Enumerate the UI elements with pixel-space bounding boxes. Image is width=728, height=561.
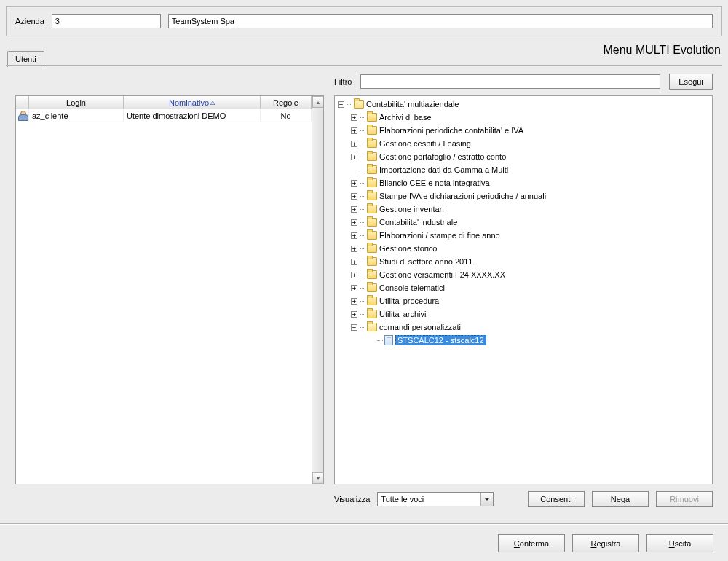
folder-icon <box>367 165 377 174</box>
tree-node-label: Gestione portafoglio / estratto conto <box>379 152 506 161</box>
folder-icon <box>367 270 377 279</box>
tree-expander-icon[interactable]: − <box>338 101 344 108</box>
tree-expander-icon[interactable]: + <box>351 154 357 160</box>
tree-root[interactable]: −Contabilita' multiaziendale <box>335 98 712 111</box>
azienda-code-input[interactable] <box>52 14 161 28</box>
folder-icon <box>367 231 377 240</box>
cell-login: az_cliente <box>29 109 124 122</box>
tree-node-label: Importazione dati da Gamma a Multi <box>379 165 508 174</box>
col-login[interactable]: Login <box>29 96 124 109</box>
folder-icon <box>367 218 377 227</box>
tree-node[interactable]: +Gestione storico <box>335 242 712 255</box>
header-frame: Azienda <box>6 6 722 36</box>
uscita-button[interactable]: Uscita <box>646 534 713 552</box>
tree-expander-icon[interactable]: + <box>351 298 357 305</box>
scroll-up-icon[interactable]: ▴ <box>312 96 323 108</box>
tree-expander-icon[interactable]: + <box>351 246 357 252</box>
tree-node[interactable]: +Bilancio CEE e nota integrativa <box>335 176 712 189</box>
scroll-down-icon[interactable]: ▾ <box>312 472 323 484</box>
azienda-name-input[interactable] <box>168 14 713 28</box>
conferma-button[interactable]: Conferma <box>498 534 565 552</box>
tree-node[interactable]: +Gestione inventari <box>335 203 712 216</box>
tree-node-label: Utilita' procedura <box>379 297 439 305</box>
tree-leaf-selected[interactable]: STSCALC12 - stscalc12 <box>335 334 712 347</box>
tree-node-label: Elaborazioni / stampe di fine anno <box>379 231 500 240</box>
tree-expander-icon[interactable]: + <box>351 128 357 134</box>
nega-button[interactable]: Nega <box>592 491 649 507</box>
tree-node[interactable]: +Console telematici <box>335 281 712 294</box>
tree-expander-icon[interactable]: − <box>351 324 357 331</box>
tree-expander-icon[interactable]: + <box>351 141 357 147</box>
folder-icon <box>367 192 377 200</box>
menu-tree[interactable]: −Contabilita' multiaziendale+Archivi di … <box>334 95 713 484</box>
folder-icon <box>367 178 377 187</box>
col-regole[interactable]: Regole <box>261 96 312 109</box>
folder-icon <box>367 297 377 305</box>
tree-node-label: Contabilita' industriale <box>379 218 457 227</box>
page-title: Menu MULTI Evolution <box>603 44 721 57</box>
users-panel: Login Nominativo△ Regole az_cliente Uten… <box>15 95 324 484</box>
tree-node[interactable]: +Stampe IVA e dichiarazioni periodiche /… <box>335 189 712 203</box>
tree-expander-icon[interactable]: + <box>351 206 357 213</box>
tree-node-label: Gestione storico <box>379 244 437 253</box>
tree-expander-icon[interactable]: + <box>351 193 357 200</box>
tree-node[interactable]: +Elaborazioni / stampe di fine anno <box>335 229 712 242</box>
tree-node-label: Stampe IVA e dichiarazioni periodiche / … <box>379 192 546 200</box>
folder-icon <box>367 113 377 122</box>
tree-node[interactable]: +Utilita' procedura <box>335 294 712 307</box>
folder-icon <box>367 283 377 292</box>
tree-node[interactable]: +Gestione versamenti F24 XXXX.XX <box>335 268 712 281</box>
footer-bar: Conferma Registra Uscita <box>0 525 728 561</box>
consenti-button[interactable]: Consenti <box>528 491 585 507</box>
users-header: Login Nominativo△ Regole <box>16 96 312 109</box>
visualizza-select[interactable]: Tutte le voci <box>377 492 494 506</box>
tree-node-label: Studi di settore anno 2011 <box>379 257 472 266</box>
user-icon <box>17 111 28 121</box>
table-row[interactable]: az_cliente Utente dimostrazioni DEMO No <box>16 109 312 122</box>
visualizza-label: Visualizza <box>334 495 370 503</box>
rimuovi-button[interactable]: Rimuovi <box>656 491 713 507</box>
folder-icon <box>367 323 377 332</box>
tree-node-label: Gestione cespiti / Leasing <box>379 139 471 148</box>
chevron-down-icon <box>484 498 490 501</box>
tree-expander-icon[interactable]: + <box>351 180 357 187</box>
tree-node[interactable]: +Elaborazioni periodiche contabilita' e … <box>335 124 712 137</box>
tree-node[interactable]: +Gestione cespiti / Leasing <box>335 137 712 150</box>
tree-node-label: comandi personalizzati <box>379 323 461 332</box>
tree-node-custom[interactable]: −comandi personalizzati <box>335 321 712 334</box>
tree-expander-icon[interactable]: + <box>351 259 357 265</box>
folder-icon <box>367 310 377 318</box>
folder-icon <box>367 257 377 266</box>
esegui-button[interactable]: Esegui <box>669 74 713 90</box>
col-nominativo[interactable]: Nominativo△ <box>124 96 261 109</box>
tree-node-label: Elaborazioni periodiche contabilita' e I… <box>379 126 523 135</box>
tree-node-label: Gestione versamenti F24 XXXX.XX <box>379 270 505 279</box>
tree-expander-icon[interactable]: + <box>351 285 357 291</box>
tree-node-label: Console telematici <box>379 283 445 292</box>
folder-icon <box>367 126 377 135</box>
filtro-input[interactable] <box>360 74 660 89</box>
tree-expander-icon[interactable]: + <box>351 311 357 318</box>
users-scrollbar[interactable]: ▴ ▾ <box>312 96 323 484</box>
tree-expander-none <box>351 167 357 173</box>
tree-expander-icon[interactable]: + <box>351 114 357 121</box>
tree-node-label: Bilancio CEE e nota integrativa <box>379 178 490 187</box>
tree-expander-icon[interactable]: + <box>351 232 357 239</box>
folder-icon <box>367 205 377 213</box>
sort-asc-icon: △ <box>210 99 215 106</box>
tree-node[interactable]: +Archivi di base <box>335 111 712 124</box>
separator-top <box>6 65 722 66</box>
tree-node[interactable]: +Gestione portafoglio / estratto conto <box>335 150 712 163</box>
tree-node[interactable]: Importazione dati da Gamma a Multi <box>335 163 712 176</box>
col-icon[interactable] <box>16 96 29 109</box>
tree-expander-icon[interactable]: + <box>351 219 357 226</box>
tree-node[interactable]: +Contabilita' industriale <box>335 216 712 229</box>
tree-expander-icon[interactable]: + <box>351 272 357 278</box>
tree-node[interactable]: +Utilita' archivi <box>335 307 712 321</box>
filtro-label: Filtro <box>334 77 352 86</box>
tree-node[interactable]: +Studi di settore anno 2011 <box>335 255 712 268</box>
registra-button[interactable]: Registra <box>572 534 639 552</box>
tree-node-label: Utilita' archivi <box>379 310 426 318</box>
cell-nominativo: Utente dimostrazioni DEMO <box>124 109 261 122</box>
tree-node-label: STSCALC12 - stscalc12 <box>395 335 486 345</box>
